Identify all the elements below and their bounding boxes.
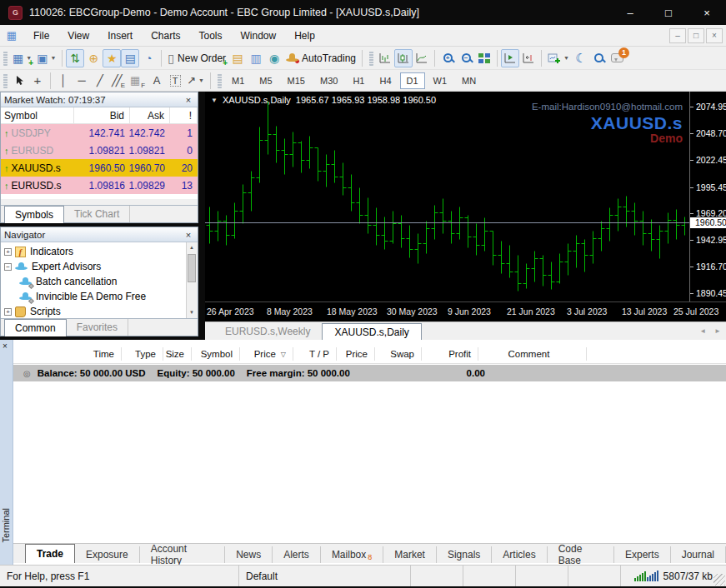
chart-window[interactable]: ▼ XAUUSD.s,Daily 1965.67 1965.93 1958.98… xyxy=(205,92,726,321)
tab-mailbox[interactable]: Mailbox8 xyxy=(321,546,383,563)
expand-icon[interactable]: + xyxy=(4,248,12,256)
balance-row[interactable]: ◎ Balance: 50 000.00 USD Equity: 50 000.… xyxy=(13,365,726,381)
column-current-price[interactable]: Price xyxy=(337,347,375,361)
chart-tab-xauusd-daily[interactable]: XAUUSD.s,Daily xyxy=(322,323,421,340)
zoom-in-button[interactable]: + xyxy=(438,49,457,67)
column-spread[interactable]: ! xyxy=(170,107,198,123)
chart-tab-eurusd-weekly[interactable]: EURUSD.s,Weekly xyxy=(213,323,322,340)
tab-favorites[interactable]: Favorites xyxy=(67,319,128,336)
timeframe-m1-button[interactable]: M1 xyxy=(225,72,251,89)
column-symbol[interactable]: Symbol xyxy=(192,347,240,361)
tab-code-base[interactable]: Code Base xyxy=(548,546,614,563)
tab-signals[interactable]: Signals xyxy=(437,546,492,563)
menu-view[interactable]: View xyxy=(58,25,98,46)
toolbar-grip[interactable] xyxy=(218,73,222,88)
timeframe-m5-button[interactable]: M5 xyxy=(253,72,278,89)
strategy-tester-button[interactable]: ◔ xyxy=(139,49,158,67)
menu-file[interactable]: File xyxy=(24,25,58,46)
scroll-down-icon[interactable]: ▼ xyxy=(187,307,197,318)
column-bid[interactable]: Bid xyxy=(74,107,130,123)
cursor-button[interactable] xyxy=(10,72,28,90)
chat-button[interactable]: 1 xyxy=(608,49,627,67)
status-profile[interactable]: Default xyxy=(239,566,411,586)
autotrading-button[interactable]: AutoTrading xyxy=(283,49,358,67)
tree-item-expert-advisors[interactable]: − Expert Advisors xyxy=(1,259,186,274)
tab-market[interactable]: Market xyxy=(383,546,437,563)
price-scale-axis[interactable]: 2074.952048.702022.451995.451969.201942.… xyxy=(689,92,726,301)
profiles-button[interactable]: ▣ ▼ xyxy=(34,49,58,67)
equidistant-channel-button[interactable]: ╱╱ E xyxy=(109,72,128,90)
timeframe-d1-button[interactable]: D1 xyxy=(400,72,425,89)
new-chart-button[interactable]: ▦ + ▼ xyxy=(10,49,34,67)
table-row[interactable]: ↑EURUSD.s 1.09816 1.09829 13 xyxy=(1,177,198,194)
tree-item-scripts[interactable]: + Scripts xyxy=(1,304,186,318)
menu-tools[interactable]: Tools xyxy=(190,25,232,46)
timeframe-m15-button[interactable]: M15 xyxy=(281,72,312,89)
tab-news[interactable]: News xyxy=(225,546,273,563)
tab-tick-chart[interactable]: Tick Chart xyxy=(64,206,130,222)
data-window-button[interactable]: ⊕ xyxy=(84,49,103,67)
metaeditor-button[interactable]: ▤ xyxy=(228,49,247,67)
column-swap[interactable]: Swap xyxy=(375,347,422,361)
period-button[interactable]: ☾ xyxy=(572,49,590,67)
zoom-out-button[interactable]: − xyxy=(457,49,475,67)
column-comment[interactable]: Comment xyxy=(478,347,587,361)
mdi-restore-button[interactable]: □ xyxy=(688,28,704,43)
tab-exposure[interactable]: Exposure xyxy=(75,546,140,563)
add-indicator-button[interactable]: ▼ xyxy=(545,49,572,67)
column-open-price[interactable]: Price▽ xyxy=(240,347,293,361)
tab-alerts[interactable]: Alerts xyxy=(273,546,321,563)
horizontal-line-button[interactable]: ─ xyxy=(73,72,91,90)
table-row[interactable]: ↑USDJPY 142.741 142.742 1 xyxy=(1,124,198,142)
text-button[interactable]: A xyxy=(148,72,166,90)
column-ask[interactable]: Ask xyxy=(130,107,170,123)
mdi-minimize-button[interactable]: – xyxy=(669,28,686,43)
column-symbol[interactable]: Symbol xyxy=(1,107,74,123)
navigator-scrollbar[interactable]: ▲ ▼ xyxy=(186,242,197,318)
column-time[interactable]: Time xyxy=(78,347,122,361)
terminal-toggle-button[interactable]: ▤ xyxy=(121,49,139,67)
timeframe-mn-button[interactable]: MN xyxy=(455,72,483,89)
column-tp[interactable]: T / P xyxy=(293,347,337,361)
crosshair-button[interactable]: + xyxy=(28,72,47,90)
scroll-right-icon[interactable]: ► xyxy=(714,327,721,335)
line-chart-button[interactable] xyxy=(413,49,431,67)
toolbar-grip[interactable] xyxy=(369,51,373,66)
time-axis[interactable]: 26 Apr 2023 8 May 2023 18 May 2023 30 Ma… xyxy=(205,301,726,321)
tab-account-history[interactable]: Account History xyxy=(140,546,225,563)
tab-common[interactable]: Common xyxy=(4,319,67,336)
maximize-button[interactable]: □ xyxy=(649,0,688,25)
table-row[interactable]: ↑XAUUSD.s 1960.50 1960.70 20 xyxy=(1,159,198,177)
scroll-up-icon[interactable]: ▲ xyxy=(187,242,197,253)
auto-scroll-button[interactable] xyxy=(501,49,519,67)
tab-articles[interactable]: Articles xyxy=(492,546,547,563)
expand-icon[interactable]: + xyxy=(4,308,12,316)
close-icon[interactable]: × xyxy=(3,341,8,351)
column-size[interactable]: Size xyxy=(163,347,192,361)
menu-help[interactable]: Help xyxy=(285,25,324,46)
tile-windows-button[interactable] xyxy=(475,49,493,67)
column-type[interactable]: Type xyxy=(122,347,163,361)
table-row[interactable]: ↑EURUSD 1.09821 1.09821 0 xyxy=(1,142,198,159)
toolbar-grip[interactable] xyxy=(3,51,8,66)
candlestick-chart-button[interactable] xyxy=(394,49,413,67)
menu-insert[interactable]: Insert xyxy=(98,25,142,46)
mql5-community-button[interactable]: ▥ xyxy=(247,49,265,67)
menu-charts[interactable]: Charts xyxy=(142,25,189,46)
arrows-tool-button[interactable]: ↗ ▼ xyxy=(184,72,207,90)
column-profit[interactable]: Profit xyxy=(422,347,478,361)
tab-trade[interactable]: Trade xyxy=(25,544,75,563)
market-watch-toggle-button[interactable]: ⇅ xyxy=(66,49,84,67)
resize-grip[interactable] xyxy=(713,574,725,586)
mdi-close-button[interactable]: × xyxy=(706,28,723,43)
tab-experts[interactable]: Experts xyxy=(614,546,671,563)
tab-journal[interactable]: Journal xyxy=(671,546,726,563)
tab-symbols[interactable]: Symbols xyxy=(4,206,64,223)
minimize-button[interactable]: – xyxy=(611,0,649,25)
timeframe-m30-button[interactable]: M30 xyxy=(313,72,344,89)
timeframe-w1-button[interactable]: W1 xyxy=(427,72,454,89)
scroll-left-icon[interactable]: ◄ xyxy=(699,327,706,335)
tree-item-invincible-ea[interactable]: Invincible EA Demo Free xyxy=(1,289,186,304)
collapse-icon[interactable]: − xyxy=(4,263,12,271)
signals-button[interactable]: ◉ xyxy=(265,49,283,67)
